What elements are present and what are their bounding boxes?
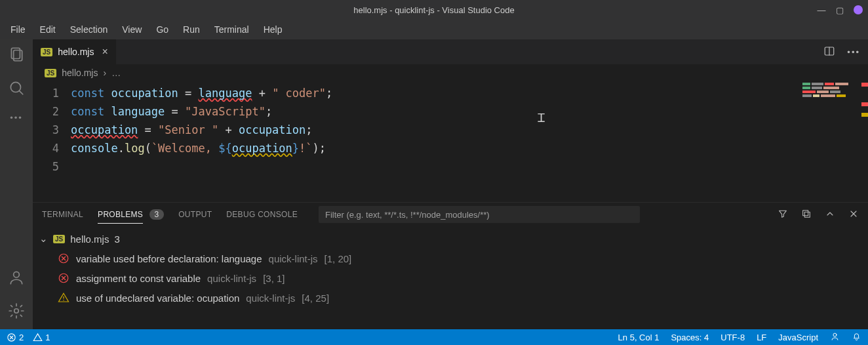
js-file-icon: JS bbox=[53, 235, 65, 243]
problem-message: variable used before declaration: langua… bbox=[76, 253, 262, 264]
svg-rect-9 bbox=[804, 212, 810, 217]
problems-count-badge: 3 bbox=[149, 209, 165, 220]
minimap[interactable] bbox=[802, 83, 861, 98]
svg-point-4 bbox=[14, 272, 20, 277]
filter-placeholder: Filter (e.g. text, **/*.ts, !**/node_mod… bbox=[325, 210, 490, 220]
feedback-icon[interactable] bbox=[830, 331, 840, 343]
menu-edit[interactable]: Edit bbox=[33, 22, 62, 37]
problem-location: [4, 25] bbox=[302, 293, 329, 304]
line-number: 2 bbox=[33, 102, 59, 121]
window-title: hello.mjs - quicklint-js - Visual Studio… bbox=[353, 5, 514, 15]
editor[interactable]: 1 2 3 4 5 const occupation = language + … bbox=[33, 81, 868, 202]
status-bar: 2 1 Ln 5, Col 1 Spaces: 4 UTF-8 LF JavaS… bbox=[0, 329, 868, 345]
status-errors[interactable]: 2 bbox=[7, 333, 24, 342]
code-line-2[interactable]: const language = "JavaScript"; bbox=[71, 102, 868, 121]
js-file-icon: JS bbox=[45, 69, 56, 77]
title-bar: hello.mjs - quicklint-js - Visual Studio… bbox=[0, 0, 868, 20]
problem-source: quick-lint-js bbox=[246, 293, 295, 304]
problem-location: [1, 20] bbox=[325, 253, 352, 264]
tab-hello-mjs[interactable]: JS hello.mjs × bbox=[33, 39, 117, 64]
svg-line-3 bbox=[19, 91, 22, 94]
svg-rect-8 bbox=[803, 210, 808, 215]
overview-ruler[interactable] bbox=[861, 81, 868, 202]
more-actions-icon[interactable]: ••• bbox=[847, 47, 860, 57]
problems-filter-input[interactable]: Filter (e.g. text, **/*.ts, !**/node_mod… bbox=[319, 206, 640, 223]
menu-selection[interactable]: Selection bbox=[64, 22, 115, 37]
line-gutter: 1 2 3 4 5 bbox=[33, 84, 71, 202]
menu-run[interactable]: Run bbox=[176, 22, 207, 37]
js-file-icon: JS bbox=[41, 48, 52, 56]
menu-terminal[interactable]: Terminal bbox=[208, 22, 256, 37]
more-icon[interactable]: ••• bbox=[10, 113, 23, 123]
maximize-icon[interactable]: ▢ bbox=[835, 5, 844, 14]
tab-terminal[interactable]: TERMINAL bbox=[42, 210, 83, 219]
problem-source: quick-lint-js bbox=[269, 253, 318, 264]
chevron-up-icon[interactable] bbox=[825, 209, 835, 221]
editor-actions: ••• bbox=[816, 39, 868, 64]
menu-bar: File Edit Selection View Go Run Terminal… bbox=[0, 20, 868, 39]
minimize-icon[interactable]: — bbox=[817, 5, 826, 14]
main-area: JS hello.mjs × ••• JS hello.mjs › … 1 bbox=[33, 39, 868, 329]
close-icon[interactable] bbox=[854, 5, 863, 14]
problem-message: use of undeclared variable: ocupation bbox=[76, 293, 239, 304]
status-eol[interactable]: LF bbox=[757, 333, 766, 342]
menu-file[interactable]: File bbox=[4, 22, 32, 37]
tab-label: hello.mjs bbox=[58, 47, 94, 57]
code-area[interactable]: const occupation = language + " coder"; … bbox=[71, 84, 868, 202]
breadcrumb-sep: › bbox=[103, 68, 106, 78]
problems-file-name: hello.mjs bbox=[70, 233, 109, 245]
chevron-down-icon[interactable]: ⌄ bbox=[39, 233, 48, 245]
code-line-5[interactable] bbox=[71, 157, 868, 176]
activity-bar: ••• bbox=[0, 39, 33, 329]
problem-item[interactable]: use of undeclared variable: ocupation qu… bbox=[39, 288, 861, 308]
menu-help[interactable]: Help bbox=[257, 22, 289, 37]
status-language[interactable]: JavaScript bbox=[778, 333, 818, 342]
close-tab-icon[interactable]: × bbox=[102, 46, 108, 58]
error-icon bbox=[7, 333, 16, 342]
code-line-1[interactable]: const occupation = language + " coder"; bbox=[71, 84, 868, 102]
tab-problems[interactable]: PROBLEMS 3 bbox=[98, 210, 164, 219]
status-lncol[interactable]: Ln 5, Col 1 bbox=[618, 333, 660, 342]
menu-view[interactable]: View bbox=[115, 22, 148, 37]
filter-icon[interactable] bbox=[778, 209, 788, 221]
problem-item[interactable]: variable used before declaration: langua… bbox=[39, 249, 861, 268]
status-spaces[interactable]: Spaces: 4 bbox=[671, 333, 709, 342]
problems-list: ⌄ JS hello.mjs 3 variable used before de… bbox=[33, 226, 868, 329]
error-icon bbox=[58, 253, 69, 264]
problem-location: [3, 1] bbox=[263, 273, 285, 284]
problem-source: quick-lint-js bbox=[207, 273, 256, 284]
split-editor-icon[interactable] bbox=[823, 45, 835, 59]
line-number: 4 bbox=[33, 139, 59, 157]
collapse-all-icon[interactable] bbox=[801, 209, 812, 221]
breadcrumb-tail: … bbox=[111, 68, 121, 78]
breadcrumb[interactable]: JS hello.mjs › … bbox=[33, 64, 868, 81]
problem-item[interactable]: assignment to const variable quick-lint-… bbox=[39, 268, 861, 288]
code-line-4[interactable]: console.log(`Welcome, ${ocupation}!`); bbox=[71, 139, 868, 157]
bell-icon[interactable] bbox=[852, 331, 861, 343]
error-icon bbox=[58, 272, 69, 284]
svg-point-23 bbox=[833, 333, 837, 336]
problem-message: assignment to const variable bbox=[76, 273, 201, 284]
tab-debug-console[interactable]: DEBUG CONSOLE bbox=[226, 210, 298, 219]
bottom-panel: TERMINAL PROBLEMS 3 OUTPUT DEBUG CONSOLE… bbox=[33, 202, 868, 329]
close-panel-icon[interactable] bbox=[848, 209, 859, 221]
account-icon[interactable] bbox=[8, 269, 25, 288]
tab-output[interactable]: OUTPUT bbox=[178, 210, 212, 219]
status-warnings[interactable]: 1 bbox=[33, 333, 50, 342]
gear-icon[interactable] bbox=[8, 302, 25, 321]
line-number: 5 bbox=[33, 157, 59, 176]
warning-icon bbox=[58, 292, 69, 304]
line-number: 1 bbox=[33, 84, 59, 102]
line-number: 3 bbox=[33, 121, 59, 139]
code-line-3[interactable]: occupation = "Senior " + occupation; bbox=[71, 121, 868, 139]
window-controls: — ▢ bbox=[817, 5, 863, 14]
problems-file-row[interactable]: ⌄ JS hello.mjs 3 bbox=[39, 229, 861, 249]
status-encoding[interactable]: UTF-8 bbox=[720, 333, 745, 342]
breadcrumb-file: hello.mjs bbox=[62, 68, 98, 78]
editor-tabs: JS hello.mjs × ••• bbox=[33, 39, 868, 64]
menu-go[interactable]: Go bbox=[149, 22, 175, 37]
warning-icon bbox=[33, 333, 43, 342]
svg-point-19 bbox=[63, 300, 64, 301]
explorer-icon[interactable] bbox=[8, 46, 25, 65]
search-icon[interactable] bbox=[8, 79, 25, 98]
